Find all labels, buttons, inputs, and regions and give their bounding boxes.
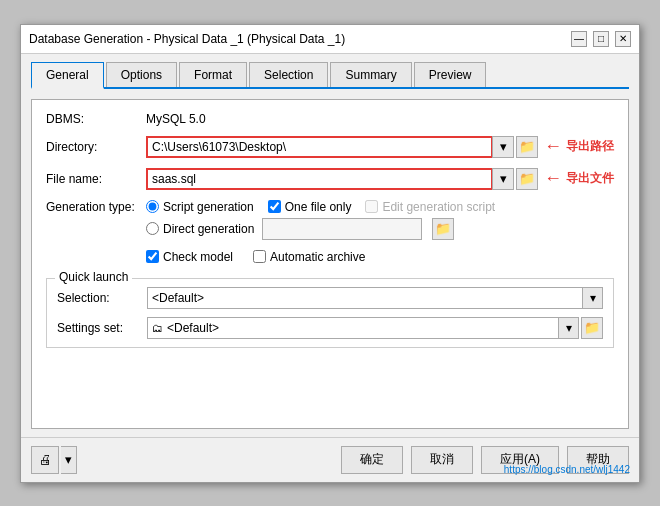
directory-input-group: ▾ 📁 xyxy=(146,136,538,158)
gentype-second-row: Direct generation 📁 xyxy=(146,218,614,240)
watermark: https://blog.csdn.net/wlj1442 xyxy=(504,464,630,475)
maximize-button[interactable]: □ xyxy=(593,31,609,47)
filename-dropdown-btn[interactable]: ▾ xyxy=(492,168,514,190)
one-file-option[interactable]: One file only xyxy=(268,200,352,214)
settings-icon: 🗂 xyxy=(152,322,163,334)
close-button[interactable]: ✕ xyxy=(615,31,631,47)
gentype-options: Script generation One file only Edit gen… xyxy=(146,200,614,240)
window-controls: — □ ✕ xyxy=(571,31,631,47)
auto-archive-option[interactable]: Automatic archive xyxy=(253,250,365,264)
settings-dropdown-arrow[interactable]: ▾ xyxy=(558,318,578,338)
script-gen-option[interactable]: Script generation xyxy=(146,200,254,214)
filename-annotation-text: 导出文件 xyxy=(566,170,614,187)
script-gen-label: Script generation xyxy=(163,200,254,214)
dbms-label: DBMS: xyxy=(46,112,146,126)
printer-icon: 🖨 xyxy=(39,452,52,467)
folder-icon: 📁 xyxy=(519,171,535,186)
edit-gen-label: Edit generation script xyxy=(382,200,495,214)
folder-icon: 📁 xyxy=(584,320,600,335)
filename-row: File name: ▾ 📁 ← 导出文件 xyxy=(46,168,614,190)
selection-dropdown-arrow[interactable]: ▾ xyxy=(582,288,602,308)
filename-browse-btn[interactable]: 📁 xyxy=(516,168,538,190)
filename-annotation: ← 导出文件 xyxy=(544,168,614,189)
directory-browse-btn[interactable]: 📁 xyxy=(516,136,538,158)
gentype-first-row: Script generation One file only Edit gen… xyxy=(146,200,614,214)
selection-select-group: <Default> ▾ xyxy=(147,287,603,309)
arrow-icon: ← xyxy=(544,136,562,157)
selection-label: Selection: xyxy=(57,291,147,305)
directory-input[interactable] xyxy=(146,136,493,158)
settings-label: Settings set: xyxy=(57,321,147,335)
window-title: Database Generation - Physical Data _1 (… xyxy=(29,32,345,46)
filename-input-group: ▾ 📁 xyxy=(146,168,538,190)
script-gen-radio[interactable] xyxy=(146,200,159,213)
directory-annotation: ← 导出路径 xyxy=(544,136,614,157)
settings-row: Settings set: 🗂 <Default> ▾ 📁 xyxy=(57,317,603,339)
direct-gen-label: Direct generation xyxy=(163,222,254,236)
print-dropdown-btn[interactable]: ▾ xyxy=(61,446,77,474)
direct-gen-browse-btn[interactable]: 📁 xyxy=(432,218,454,240)
directory-label: Directory: xyxy=(46,140,146,154)
selection-value: <Default> xyxy=(152,291,204,305)
folder-icon: 📁 xyxy=(435,221,451,236)
auto-archive-checkbox[interactable] xyxy=(253,250,266,263)
auto-archive-label: Automatic archive xyxy=(270,250,365,264)
settings-browse-btn[interactable]: 📁 xyxy=(581,317,603,339)
one-file-label: One file only xyxy=(285,200,352,214)
directory-annotation-text: 导出路径 xyxy=(566,138,614,155)
one-file-checkbox[interactable] xyxy=(268,200,281,213)
selection-row: Selection: <Default> ▾ xyxy=(57,287,603,309)
gentype-row: Generation type: Script generation One f… xyxy=(46,200,614,240)
cancel-button[interactable]: 取消 xyxy=(411,446,473,474)
minimize-button[interactable]: — xyxy=(571,31,587,47)
check-model-option[interactable]: Check model xyxy=(146,250,233,264)
quick-launch-section: Quick launch Selection: <Default> ▾ Sett… xyxy=(46,278,614,348)
arrow-icon: ← xyxy=(544,168,562,189)
directory-dropdown: ▾ xyxy=(146,136,514,158)
settings-value: <Default> xyxy=(167,321,219,335)
tab-bar: General Options Format Selection Summary… xyxy=(31,62,629,89)
content-area: DBMS: MySQL 5.0 Directory: ▾ 📁 xyxy=(31,99,629,429)
filename-label: File name: xyxy=(46,172,146,186)
selection-select[interactable]: <Default> ▾ xyxy=(147,287,603,309)
dbms-value: MySQL 5.0 xyxy=(146,112,206,126)
print-button[interactable]: 🖨 xyxy=(31,446,59,474)
edit-gen-option[interactable]: Edit generation script xyxy=(365,200,495,214)
tab-summary[interactable]: Summary xyxy=(330,62,411,87)
confirm-button[interactable]: 确定 xyxy=(341,446,403,474)
folder-icon: 📁 xyxy=(519,139,535,154)
directory-row: Directory: ▾ 📁 ← 导出路径 xyxy=(46,136,614,158)
edit-gen-checkbox[interactable] xyxy=(365,200,378,213)
gentype-label: Generation type: xyxy=(46,200,146,214)
direct-gen-option[interactable]: Direct generation xyxy=(146,222,254,236)
dbms-row: DBMS: MySQL 5.0 xyxy=(46,112,614,126)
bottom-bar: 🖨 ▾ 确定 取消 应用(A) 帮助 xyxy=(21,437,639,482)
filename-dropdown: ▾ xyxy=(146,168,514,190)
settings-select-group: 🗂 <Default> ▾ 📁 xyxy=(147,317,603,339)
tab-preview[interactable]: Preview xyxy=(414,62,487,87)
check-model-checkbox[interactable] xyxy=(146,250,159,263)
direct-gen-radio[interactable] xyxy=(146,222,159,235)
quick-launch-title: Quick launch xyxy=(55,270,132,284)
tab-options[interactable]: Options xyxy=(106,62,177,87)
directory-dropdown-btn[interactable]: ▾ xyxy=(492,136,514,158)
tab-format[interactable]: Format xyxy=(179,62,247,87)
tab-selection[interactable]: Selection xyxy=(249,62,328,87)
check-section: Check model Automatic archive xyxy=(46,250,614,264)
print-group: 🖨 ▾ xyxy=(31,446,77,474)
check-model-label: Check model xyxy=(163,250,233,264)
tab-general[interactable]: General xyxy=(31,62,104,89)
settings-select[interactable]: 🗂 <Default> ▾ xyxy=(147,317,579,339)
filename-input[interactable] xyxy=(146,168,493,190)
title-bar: Database Generation - Physical Data _1 (… xyxy=(21,25,639,54)
direct-gen-input[interactable] xyxy=(262,218,422,240)
window-body: General Options Format Selection Summary… xyxy=(21,54,639,437)
